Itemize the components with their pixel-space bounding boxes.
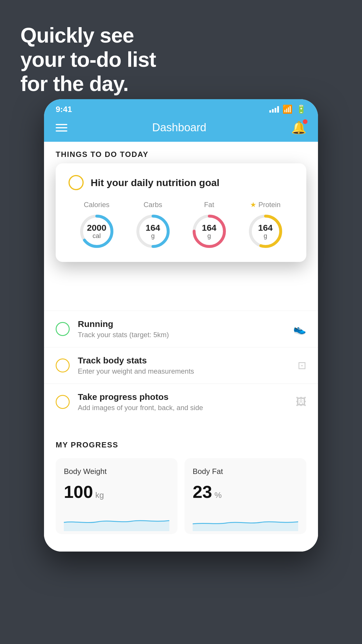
carbs-donut: 164 g <box>134 212 172 250</box>
todo-list: Running Track your stats (target: 5km) 👟… <box>44 311 318 420</box>
progress-card-fat[interactable]: Body Fat 23 % <box>184 458 306 534</box>
notification-dot <box>303 119 307 124</box>
nutrition-fat: Fat 164 g <box>190 201 228 250</box>
body-fat-unit: % <box>215 491 222 500</box>
todo-text-running: Running Track your stats (target: 5km) <box>78 319 169 339</box>
nutrition-carbs: Carbs 164 g <box>134 201 172 250</box>
todo-check-body-stats[interactable] <box>56 358 70 372</box>
todo-item-photos[interactable]: Take progress photos Add images of your … <box>44 384 318 420</box>
calories-donut: 2000 cal <box>78 212 116 250</box>
progress-section: MY PROGRESS Body Weight 100 kg <box>44 429 318 534</box>
calories-unit: cal <box>87 232 106 239</box>
todo-item-body-stats[interactable]: Track body stats Enter your weight and m… <box>44 347 318 384</box>
todo-item-running[interactable]: Running Track your stats (target: 5km) 👟 <box>44 311 318 347</box>
body-weight-chart <box>64 508 169 531</box>
carbs-value: 164 <box>145 223 160 232</box>
status-bar: 9:41 📶 🔋 <box>44 99 318 117</box>
things-to-do-heading: THINGS TO DO TODAY <box>44 142 318 165</box>
protein-donut: 164 g <box>247 212 284 250</box>
card-title: Hit your daily nutrition goal <box>91 177 219 188</box>
protein-label: ★ Protein <box>250 201 280 209</box>
progress-cards: Body Weight 100 kg Body Fat <box>56 458 306 534</box>
protein-value: 164 <box>258 223 273 232</box>
calories-value: 2000 <box>87 223 106 232</box>
status-icons: 📶 🔋 <box>269 104 306 114</box>
wifi-icon: 📶 <box>282 104 293 114</box>
nav-bar: Dashboard 🔔 <box>44 117 318 142</box>
shoe-icon: 👟 <box>293 323 306 335</box>
fat-value: 164 <box>202 223 216 232</box>
protein-unit: g <box>258 232 273 239</box>
hamburger-menu[interactable] <box>56 124 67 132</box>
todo-text-photos: Take progress photos Add images of your … <box>78 392 203 412</box>
body-fat-chart <box>193 508 298 531</box>
nutrition-protein: ★ Protein 164 g <box>247 201 284 250</box>
body-fat-value: 23 <box>193 482 212 502</box>
body-weight-unit: kg <box>95 491 104 500</box>
fat-label: Fat <box>204 201 214 209</box>
nutrition-circles: Calories 2000 cal Carbs <box>68 201 294 250</box>
nutrition-calories: Calories 2000 cal <box>78 201 116 250</box>
battery-icon: 🔋 <box>296 104 306 114</box>
card-check-circle[interactable] <box>68 175 84 190</box>
signal-icon <box>269 106 279 113</box>
todo-check-running[interactable] <box>56 322 70 336</box>
body-weight-value: 100 <box>64 482 93 502</box>
phone-bottom <box>44 534 318 552</box>
time-display: 9:41 <box>56 105 72 114</box>
hero-text: Quickly see your to-do list for the day. <box>20 23 156 96</box>
nav-title: Dashboard <box>152 121 206 134</box>
photo-icon: 🖼 <box>296 396 306 408</box>
calories-label: Calories <box>84 201 109 209</box>
scale-icon: ⊡ <box>298 359 306 372</box>
nutrition-card: Hit your daily nutrition goal Calories 2… <box>56 163 306 262</box>
fat-unit: g <box>202 232 216 239</box>
progress-heading: MY PROGRESS <box>56 440 306 449</box>
todo-text-body-stats: Track body stats Enter your weight and m… <box>78 356 194 375</box>
body-weight-title: Body Weight <box>64 467 169 476</box>
carbs-label: Carbs <box>143 201 162 209</box>
fat-donut: 164 g <box>190 212 228 250</box>
carbs-unit: g <box>145 232 160 239</box>
protein-star-icon: ★ <box>250 201 256 209</box>
body-fat-title: Body Fat <box>193 467 298 476</box>
todo-check-photos[interactable] <box>56 395 70 409</box>
notification-bell[interactable]: 🔔 <box>291 120 306 135</box>
progress-card-weight[interactable]: Body Weight 100 kg <box>56 458 178 534</box>
